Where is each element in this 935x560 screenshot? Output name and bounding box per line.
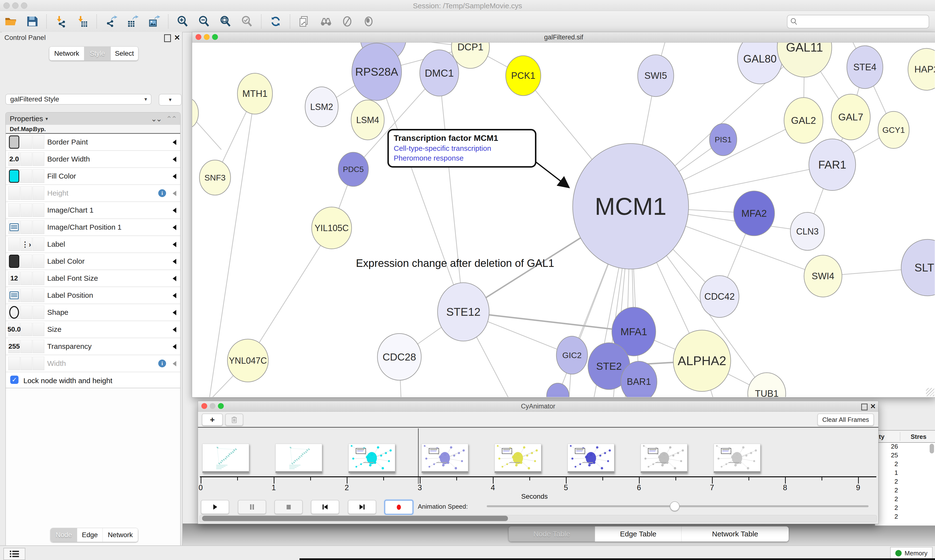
property-row[interactable]: 50.0Size (6, 321, 180, 338)
duplicate-network-icon[interactable] (296, 14, 312, 29)
bypass-cell[interactable] (32, 323, 44, 336)
default-value-cell[interactable] (8, 357, 20, 370)
save-session-icon[interactable] (24, 14, 40, 29)
frames-scrollbar[interactable] (199, 515, 877, 522)
zoom-out-icon[interactable] (196, 14, 212, 29)
animation-frame[interactable] (640, 444, 687, 473)
animation-frame[interactable] (275, 444, 322, 473)
expand-arrow-icon[interactable] (173, 327, 176, 332)
property-row[interactable]: Label Color (6, 253, 180, 270)
mapping-cell[interactable]: ⋮› (20, 237, 32, 251)
property-row[interactable]: 12Label Font Size (6, 270, 180, 287)
export-table-icon[interactable] (125, 14, 140, 29)
import-network-icon[interactable] (53, 14, 69, 29)
memory-button[interactable]: Memory (890, 547, 933, 560)
export-image-icon[interactable] (146, 14, 162, 29)
mapping-cell[interactable] (20, 357, 32, 370)
bypass-cell[interactable] (32, 186, 44, 200)
default-value-cell[interactable] (8, 220, 20, 234)
stop-button[interactable] (275, 500, 302, 514)
expand-arrow-icon[interactable] (173, 242, 176, 247)
default-value-cell[interactable]: 12 (8, 271, 20, 285)
animation-frame[interactable] (421, 444, 468, 473)
table-row[interactable]: 1 (875, 469, 935, 478)
bypass-cell[interactable] (32, 169, 44, 183)
table-row[interactable]: 25 (875, 451, 935, 460)
expand-arrow-icon[interactable] (173, 191, 176, 196)
table-row[interactable]: 26 (875, 443, 935, 451)
default-value-cell[interactable] (8, 237, 20, 251)
tab-select[interactable]: Select (111, 47, 138, 60)
mapping-cell[interactable] (20, 152, 32, 166)
slider-knob[interactable] (670, 502, 680, 511)
zoom-in-icon[interactable] (175, 14, 190, 29)
bypass-cell[interactable] (32, 289, 44, 302)
expand-arrow-icon[interactable] (173, 344, 176, 349)
table-row[interactable]: 2 (875, 460, 935, 469)
animation-frame[interactable] (714, 444, 761, 473)
expand-arrow-icon[interactable] (173, 157, 176, 162)
expand-arrow-icon[interactable] (173, 259, 176, 264)
network-canvas[interactable]: DCP1RPS28ADMC1PCK1SWI5GAL80GAL11STE4HAP2… (192, 43, 935, 397)
default-value-cell[interactable] (8, 186, 20, 200)
tab-node-table[interactable]: Node Table (509, 526, 595, 542)
table-scrollbar[interactable] (930, 444, 934, 454)
property-row[interactable]: ⋮›Label (6, 236, 180, 253)
pause-button[interactable] (238, 500, 266, 514)
zoom-fit-icon[interactable] (218, 14, 233, 29)
network-edge[interactable] (376, 72, 463, 312)
expand-all-icon[interactable]: ⌄⌄ (151, 115, 161, 123)
expand-arrow-icon[interactable] (173, 225, 176, 230)
default-value-cell[interactable] (8, 254, 20, 268)
bypass-cell[interactable] (32, 306, 44, 319)
tab-edge[interactable]: Edge (77, 528, 103, 542)
show-all-icon[interactable] (361, 14, 376, 29)
refresh-icon[interactable] (268, 14, 284, 29)
annotation-box[interactable]: Transcription factor MCM1 Cell-type-spec… (387, 129, 536, 168)
tab-style[interactable]: Style (84, 47, 111, 60)
property-row[interactable]: Image/Chart 1 (6, 202, 180, 219)
expand-arrow-icon[interactable] (173, 174, 176, 179)
default-value-cell[interactable] (8, 203, 20, 217)
default-value-cell[interactable] (8, 135, 20, 149)
tab-edge-table[interactable]: Edge Table (595, 526, 682, 542)
skip-to-end-button[interactable] (348, 500, 376, 514)
bypass-cell[interactable] (32, 254, 44, 268)
cyanimator-titlebar[interactable]: CyAnimator ✕ (198, 401, 878, 412)
bypass-cell[interactable] (32, 220, 44, 234)
tab-network-bottom[interactable]: Network (103, 528, 138, 542)
float-panel-icon[interactable] (861, 403, 867, 411)
resize-grip[interactable] (926, 388, 934, 396)
expand-arrow-icon[interactable] (173, 140, 176, 145)
mapping-cell[interactable] (20, 306, 32, 319)
table-row[interactable]: 2 (875, 504, 935, 513)
annotation-link[interactable]: Pheromone response (394, 154, 530, 162)
animation-frame[interactable] (495, 444, 541, 473)
style-selector[interactable]: galFiltered Style ▾ (5, 94, 151, 105)
properties-header[interactable]: Properties ▾ ⌄⌄ ⌃⌃ (6, 112, 180, 125)
expand-arrow-icon[interactable] (173, 276, 176, 281)
collapse-all-icon[interactable]: ⌃⌃ (166, 115, 176, 123)
property-row[interactable]: Widthi (6, 355, 180, 372)
bypass-cell[interactable] (32, 340, 44, 353)
network-edge[interactable] (439, 73, 463, 312)
bypass-cell[interactable] (32, 152, 44, 166)
property-row[interactable]: Fill Color (6, 168, 180, 185)
bypass-cell[interactable] (32, 203, 44, 217)
animation-frame[interactable] (568, 444, 614, 473)
tab-node[interactable]: Node (51, 528, 77, 542)
frames-scrollbar-thumb[interactable] (202, 516, 508, 521)
mapping-cell[interactable] (20, 254, 32, 268)
clear-all-frames-button[interactable]: Clear All Frames (818, 414, 874, 426)
property-row[interactable]: 255Transparency (6, 338, 180, 355)
column-header-stress[interactable]: Stres (911, 433, 926, 440)
column-divider[interactable] (900, 432, 900, 441)
animation-frame[interactable] (349, 444, 395, 473)
export-network-icon[interactable] (103, 14, 119, 29)
bypass-cell[interactable] (32, 237, 44, 251)
mapping-cell[interactable] (20, 289, 32, 302)
mapping-cell[interactable] (20, 169, 32, 183)
record-button[interactable] (384, 500, 413, 514)
add-frame-button[interactable]: + (202, 414, 223, 426)
property-row[interactable]: Border Paint (6, 134, 180, 151)
